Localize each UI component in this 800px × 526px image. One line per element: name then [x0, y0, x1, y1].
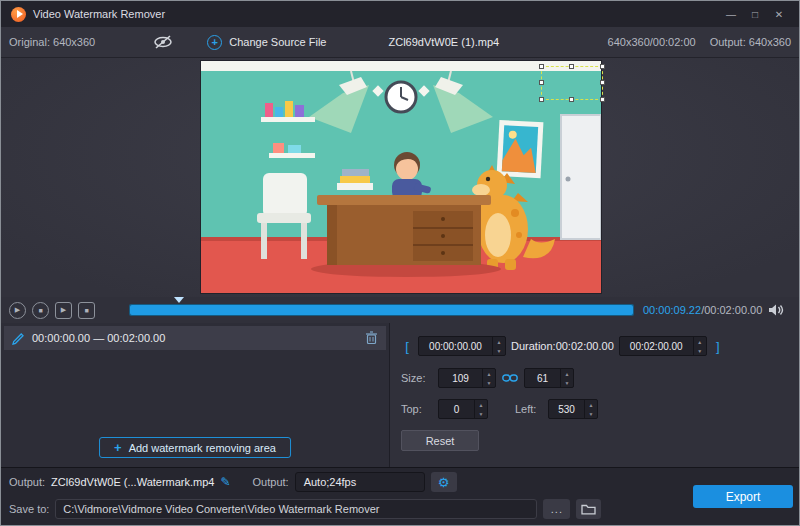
- current-time: 00:00:09.22: [643, 304, 701, 316]
- resize-handle[interactable]: [539, 64, 544, 69]
- toolbar: Original: 640x360 + Change Source File Z…: [1, 27, 799, 58]
- change-source-file-button[interactable]: + Change Source File: [207, 35, 326, 50]
- add-watermark-area-label: Add watermark removing area: [129, 442, 276, 454]
- save-path-input[interactable]: [55, 499, 537, 519]
- link-dimensions-icon[interactable]: [501, 373, 519, 383]
- stepper-up-icon[interactable]: ▲: [475, 400, 487, 409]
- format-settings-button[interactable]: ⚙: [431, 472, 457, 492]
- height-value: 61: [525, 369, 560, 387]
- close-button[interactable]: ✕: [769, 5, 789, 23]
- frame-stop-button[interactable]: ■: [78, 302, 95, 319]
- plus-icon: +: [207, 35, 222, 50]
- size-label: Size:: [401, 372, 433, 384]
- resize-handle[interactable]: [600, 64, 605, 69]
- titlebar: Video Watermark Remover — □ ✕: [1, 1, 799, 27]
- output-format-field[interactable]: Auto;24fps: [295, 472, 425, 492]
- save-to-row: Save to: ...: [1, 496, 799, 522]
- set-end-bracket-button[interactable]: ]: [712, 339, 724, 354]
- end-time-value: 00:02:00.00: [620, 337, 693, 355]
- browse-button[interactable]: ...: [543, 499, 570, 519]
- set-start-bracket-button[interactable]: [: [401, 339, 413, 354]
- bottom-bar: Output: ZCl69dVtW0E (...Watermark.mp4 ✎ …: [1, 467, 799, 525]
- resize-handle[interactable]: [569, 64, 574, 69]
- time-display: 00:00:09.22/00:02:00.00: [643, 304, 762, 316]
- watermark-areas-panel: 00:00:00.00 — 00:02:00.00 + Add watermar…: [1, 323, 390, 467]
- change-source-file-label: Change Source File: [229, 36, 326, 48]
- timeline-selected-range: [130, 305, 633, 315]
- stepper-down-icon[interactable]: ▼: [561, 378, 573, 387]
- area-pen-icon: [12, 332, 25, 345]
- plus-icon: +: [114, 440, 122, 455]
- output-row: Output: ZCl69dVtW0E (...Watermark.mp4 ✎ …: [1, 468, 799, 496]
- stepper-up-icon[interactable]: ▲: [483, 369, 495, 378]
- hide-preview-eye-icon[interactable]: [153, 35, 173, 49]
- play-button[interactable]: ▶: [9, 302, 26, 319]
- size-row: Size: 109 ▲ ▼ 61 ▲ ▼: [401, 368, 574, 388]
- stepper-up-icon[interactable]: ▲: [493, 337, 505, 346]
- stepper-up-icon[interactable]: ▲: [561, 369, 573, 378]
- volume-icon[interactable]: [768, 303, 784, 317]
- width-value: 109: [439, 369, 482, 387]
- stepper-up-icon[interactable]: ▲: [585, 400, 597, 409]
- reset-row: Reset: [401, 430, 479, 451]
- top-field[interactable]: 0 ▲ ▼: [438, 399, 488, 419]
- resize-handle[interactable]: [569, 97, 574, 102]
- add-watermark-area-button[interactable]: + Add watermark removing area: [99, 437, 291, 458]
- resize-handle[interactable]: [600, 80, 605, 85]
- stepper-down-icon[interactable]: ▼: [694, 346, 706, 355]
- end-time-stepper: ▲ ▼: [693, 337, 706, 355]
- height-stepper: ▲ ▼: [560, 369, 573, 387]
- delete-area-icon[interactable]: [365, 331, 378, 345]
- maximize-button[interactable]: □: [745, 5, 765, 23]
- stepper-down-icon[interactable]: ▼: [475, 409, 487, 418]
- resize-handle[interactable]: [600, 97, 605, 102]
- transport-bar: ▶ ■ ▶ ■ 00:00:09.22/00:02:00.00: [1, 297, 799, 323]
- stepper-down-icon[interactable]: ▼: [585, 409, 597, 418]
- start-time-value: 00:00:00.00: [419, 337, 492, 355]
- stepper-down-icon[interactable]: ▼: [493, 346, 505, 355]
- top-label: Top:: [401, 403, 433, 415]
- left-field[interactable]: 530 ▲ ▼: [548, 399, 598, 419]
- area-time-range: 00:00:00.00 — 00:02:00.00: [32, 332, 165, 344]
- original-resolution-label: Original: 640x360: [9, 36, 95, 48]
- preview-stage: [1, 58, 799, 297]
- resize-handle[interactable]: [539, 97, 544, 102]
- window-title: Video Watermark Remover: [33, 8, 165, 20]
- export-button[interactable]: Export: [693, 485, 793, 508]
- resize-handle[interactable]: [539, 80, 544, 85]
- properties-panel: [ 00:00:00.00 ▲ ▼ Duration:00:02:00.00 0…: [391, 323, 799, 467]
- watermark-selection-box[interactable]: [541, 66, 603, 100]
- minimize-button[interactable]: —: [721, 5, 741, 23]
- end-time-field[interactable]: 00:02:00.00 ▲ ▼: [619, 336, 707, 356]
- output-resolution-label: Output: 640x360: [710, 36, 791, 48]
- left-stepper: ▲ ▼: [584, 400, 597, 418]
- source-filename: ZCl69dVtW0E (1).mp4: [388, 36, 499, 48]
- playhead-marker[interactable]: [174, 297, 184, 303]
- save-to-label: Save to:: [9, 503, 49, 515]
- start-time-field[interactable]: 00:00:00.00 ▲ ▼: [418, 336, 506, 356]
- app-window: { "titlebar": { "title": "Video Watermar…: [0, 0, 800, 526]
- top-value: 0: [439, 400, 474, 418]
- stepper-up-icon[interactable]: ▲: [694, 337, 706, 346]
- output-filename: ZCl69dVtW0E (...Watermark.mp4: [51, 476, 214, 488]
- total-time: /00:02:00.00: [701, 304, 762, 316]
- source-dimensions-duration: 640x360/00:02:00: [608, 36, 696, 48]
- rename-pencil-icon[interactable]: ✎: [220, 475, 230, 489]
- left-value: 530: [549, 400, 584, 418]
- output-name-label: Output:: [9, 476, 45, 488]
- preview-segment-button[interactable]: ▶: [55, 302, 72, 319]
- height-field[interactable]: 61 ▲ ▼: [524, 368, 574, 388]
- timeline-track[interactable]: [129, 304, 634, 316]
- width-field[interactable]: 109 ▲ ▼: [438, 368, 496, 388]
- start-time-stepper: ▲ ▼: [492, 337, 505, 355]
- stop-button[interactable]: ■: [32, 302, 49, 319]
- reset-button[interactable]: Reset: [401, 430, 479, 451]
- open-folder-button[interactable]: [576, 499, 601, 519]
- watermark-area-list-item[interactable]: 00:00:00.00 — 00:02:00.00: [4, 326, 386, 350]
- stepper-down-icon[interactable]: ▼: [483, 378, 495, 387]
- top-stepper: ▲ ▼: [474, 400, 487, 418]
- video-frame[interactable]: [201, 61, 601, 293]
- left-label: Left:: [515, 403, 543, 415]
- width-stepper: ▲ ▼: [482, 369, 495, 387]
- output-format-label: Output:: [253, 476, 289, 488]
